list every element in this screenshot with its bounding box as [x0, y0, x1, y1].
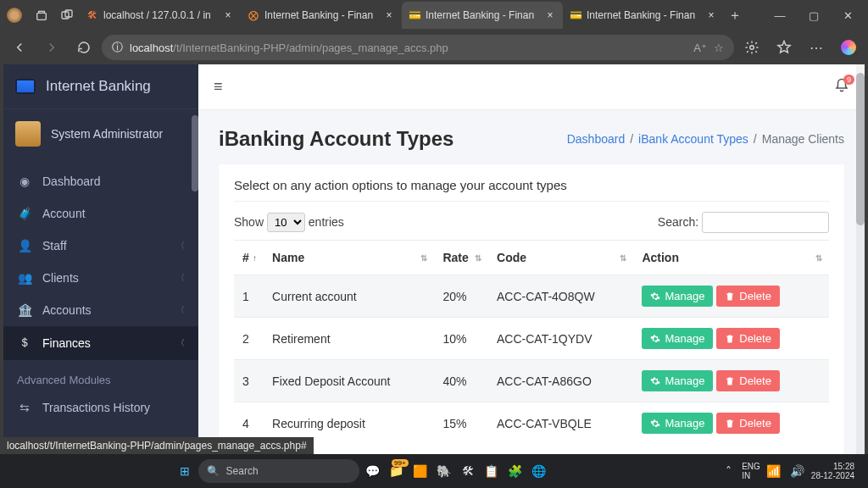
manage-button[interactable]: Manage [642, 370, 713, 391]
brand[interactable]: Internet Banking [3, 64, 198, 109]
tab-label: Internet Banking - Finan [264, 9, 378, 21]
close-tab-icon[interactable]: × [383, 9, 395, 21]
current-user[interactable]: System Administrator [3, 109, 198, 158]
tray-wifi-icon[interactable]: 📶 [764, 461, 784, 481]
sidebar-item-label: Transactions History [42, 401, 150, 414]
browser-tab[interactable]: 💳 Internet Banking - Finan × [563, 2, 724, 29]
delete-button[interactable]: Delete [716, 413, 780, 434]
cell-action: Manage Delete [633, 275, 829, 318]
task-icon[interactable]: 📁99+ [387, 461, 407, 481]
col-index[interactable]: #↑ [234, 241, 264, 275]
browser-tab[interactable]: ⨂ Internet Banking - Finan × [241, 2, 402, 29]
task-icon[interactable]: 📋 [481, 461, 502, 481]
chevron-left-icon: 〈 [176, 272, 185, 284]
sidebar-item-label: Account [42, 207, 86, 220]
back-button[interactable] [5, 33, 34, 62]
task-icon[interactable]: 🌐 [529, 461, 549, 481]
tab-actions-icon[interactable] [54, 4, 80, 26]
workspaces-icon[interactable] [29, 4, 54, 26]
close-window-button[interactable]: ✕ [831, 2, 865, 29]
close-tab-icon[interactable]: × [222, 9, 234, 21]
bookmark-icon[interactable]: ☆ [714, 42, 724, 54]
site-info-icon[interactable]: ⓘ [112, 40, 123, 55]
more-icon[interactable]: ⋯ [802, 33, 831, 62]
close-tab-icon[interactable]: × [544, 9, 556, 21]
cell-name: Fixed Deposit Account [264, 360, 434, 402]
sidebar-item-finances[interactable]: ＄Finances〈 [3, 326, 198, 360]
tray-clock[interactable]: 15:2828-12-2024 [811, 462, 860, 480]
brand-icon [15, 79, 36, 94]
task-icon[interactable]: 🐘 [434, 461, 454, 481]
extensions-icon[interactable] [737, 33, 766, 62]
minimize-button[interactable]: — [763, 2, 797, 29]
taskbar-search[interactable]: 🔍Search [198, 459, 359, 483]
search-label: Search: [658, 215, 698, 229]
maximize-button[interactable]: ▢ [797, 2, 831, 29]
delete-button[interactable]: Delete [716, 328, 780, 349]
crumb-dashboard[interactable]: Dashboard [567, 132, 626, 146]
sort-asc-icon: ↑ [253, 253, 257, 263]
task-icon[interactable]: 💬 [363, 461, 383, 481]
tab-label: localhost / 127.0.0.1 / in [103, 9, 217, 21]
col-action[interactable]: Action⇅ [633, 241, 829, 275]
task-icon[interactable]: 🛠 [458, 461, 478, 481]
col-code[interactable]: Code⇅ [488, 241, 633, 275]
start-button[interactable]: ⊞ [175, 461, 195, 481]
new-tab-button[interactable]: ＋ [724, 4, 746, 26]
task-icon[interactable]: 🧩 [505, 461, 526, 481]
search-input[interactable] [702, 212, 829, 233]
col-name[interactable]: Name⇅ [264, 241, 434, 275]
svg-point-3 [750, 46, 754, 50]
page-scrollbar[interactable] [856, 64, 865, 454]
avatar-icon [15, 121, 41, 147]
sidebar-item-account[interactable]: 🧳Account [3, 197, 198, 230]
cell-index: 1 [234, 275, 264, 318]
crumb-current: Manage Clients [762, 132, 844, 146]
sidebar-item-transactions[interactable]: ⇆Transactions History [3, 391, 198, 424]
sidebar-scrollbar[interactable] [192, 64, 198, 454]
close-tab-icon[interactable]: × [705, 9, 717, 21]
delete-button[interactable]: Delete [716, 370, 780, 391]
sidebar-heading: Advanced Modules [3, 360, 198, 391]
tray-language[interactable]: ENGIN [742, 462, 760, 480]
user-name: System Administrator [51, 127, 163, 141]
delete-button[interactable]: Delete [716, 286, 780, 307]
sidebar-item-accounts[interactable]: 🏦Accounts〈 [3, 294, 198, 326]
notifications-button[interactable]: 9 [834, 78, 849, 97]
page-size-select[interactable]: 10 [267, 213, 305, 232]
task-icon[interactable]: 🟧 [410, 461, 431, 481]
tray-chevron-icon[interactable]: ˄ [718, 461, 738, 481]
manage-button[interactable]: Manage [642, 328, 713, 349]
status-url-hint: localhost/t/InternetBanking-PHP/admin/pa… [0, 437, 314, 454]
manage-button[interactable]: Manage [642, 286, 713, 307]
tab-favicon: 💳 [409, 9, 420, 21]
sidebar-item-dashboard[interactable]: ◉Dashboard [3, 165, 198, 197]
sort-icon: ⇅ [420, 253, 427, 263]
cell-code: ACC-CAT-1QYDV [488, 318, 633, 360]
browser-tab[interactable]: 💳 Internet Banking - Finan × [402, 2, 563, 29]
reader-icon[interactable]: A⁺ [693, 42, 707, 54]
copilot-icon[interactable] [834, 33, 863, 62]
dollar-icon: ＄ [17, 336, 32, 351]
hamburger-icon[interactable]: ≡ [214, 78, 223, 96]
address-bar[interactable]: ⓘ localhost/t/InternetBanking-PHP/admin/… [102, 35, 734, 60]
tab-favicon: ⨂ [248, 9, 259, 21]
admin-sidebar: Internet Banking System Administrator ◉D… [3, 64, 198, 454]
favorites-icon[interactable] [770, 33, 798, 62]
manage-button[interactable]: Manage [642, 413, 713, 434]
reload-button[interactable] [70, 33, 98, 62]
main-area: ≡ 9 iBanking Account Types Dashboard/ iB… [198, 64, 865, 454]
col-rate[interactable]: Rate⇅ [434, 241, 488, 275]
browser-tab[interactable]: 🛠 localhost / 127.0.0.1 / in × [80, 2, 241, 29]
sidebar-item-staff[interactable]: 👤Staff〈 [3, 230, 198, 262]
tachometer-icon: ◉ [17, 175, 32, 188]
cell-code: ACC-CAT-A86GO [488, 360, 633, 402]
sidebar-item-clients[interactable]: 👥Clients〈 [3, 262, 198, 294]
cell-action: Manage Delete [633, 318, 829, 360]
tray-volume-icon[interactable]: 🔊 [787, 461, 808, 481]
os-taskbar: ⊞ 🔍Search 💬 📁99+ 🟧 🐘 🛠 📋 🧩 🌐 ˄ ENGIN 📶 🔊… [0, 454, 868, 488]
forward-button[interactable] [37, 33, 66, 62]
account-types-table: #↑ Name⇅ Rate⇅ Code⇅ Action⇅ 1Current ac… [234, 240, 829, 444]
profile-avatar-icon[interactable] [7, 8, 22, 23]
crumb-account-types[interactable]: iBank Account Types [638, 132, 748, 146]
